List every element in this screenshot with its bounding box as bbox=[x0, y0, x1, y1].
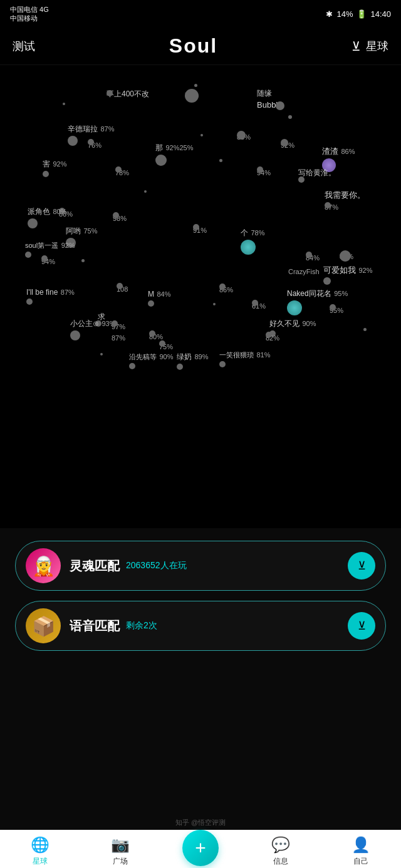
guangchang-icon: 📷 bbox=[111, 836, 130, 854]
node-cinderella[interactable]: 辛德瑞拉 87% bbox=[68, 123, 114, 135]
node-86-mid[interactable]: 86% bbox=[219, 283, 233, 295]
node-ge[interactable]: 个 78% bbox=[241, 227, 264, 238]
filter-icon: ⊻ bbox=[358, 559, 366, 573]
node-94-left[interactable]: 94% bbox=[41, 255, 55, 267]
node-94[interactable]: 94% bbox=[257, 166, 271, 178]
node-hai[interactable]: 害 92% bbox=[43, 158, 66, 170]
node-woxuyaoni[interactable]: 我需要你。 87% bbox=[325, 189, 365, 212]
bottom-nav: 🌐 星球 📷 广场 + 💬 信息 👤 自己 bbox=[0, 830, 401, 868]
header-right-actions: ⊻ 星球 bbox=[352, 39, 388, 54]
node-illbefine[interactable]: I'll be fine 87% bbox=[26, 286, 75, 297]
star-map[interactable]: 不上400不改 77% 随缘 Bubbly 辛德瑞拉 87% 85% 92% 7… bbox=[0, 65, 401, 528]
guangchang-label: 广场 bbox=[113, 856, 128, 867]
voice-match-info: 语音匹配 剩余2次 bbox=[70, 618, 339, 635]
soul-match-title: 灵魂匹配 bbox=[70, 558, 120, 574]
soul-match-filter-button[interactable]: ⊻ bbox=[348, 552, 375, 580]
node-keai[interactable]: 可爱如我 92% bbox=[323, 264, 372, 276]
node-97[interactable]: 97% 87% bbox=[112, 320, 125, 343]
node-yixiao[interactable]: 一笑很猥琐 81% bbox=[219, 349, 270, 360]
nav-item-xinxi[interactable]: 💬 信息 bbox=[262, 836, 299, 867]
node-76[interactable]: 76% bbox=[88, 139, 102, 150]
node-princess[interactable]: 小公主⊙ 93% bbox=[70, 317, 115, 329]
app-title: Soul bbox=[169, 34, 217, 58]
add-button[interactable]: + bbox=[182, 830, 219, 866]
node-zhazha[interactable]: 渣渣 86% bbox=[322, 145, 355, 157]
xinxi-label: 信息 bbox=[273, 856, 288, 867]
header-left-label[interactable]: 测试 bbox=[13, 39, 35, 54]
node-85-right[interactable]: 85% bbox=[340, 250, 353, 262]
soul-match-subtitle: 2063652人在玩 bbox=[126, 560, 187, 571]
ziji-label: 自己 bbox=[353, 856, 368, 867]
node-77[interactable]: 77% bbox=[185, 89, 199, 100]
node-95-right[interactable]: 95% bbox=[330, 304, 343, 315]
bluetooth-icon: ✱ bbox=[326, 9, 333, 19]
voice-match-subtitle: 剩余2次 bbox=[126, 620, 157, 631]
app-header: 测试 Soul ⊻ 星球 bbox=[0, 28, 401, 65]
node-98[interactable]: 98% bbox=[113, 212, 127, 223]
carrier-info: 中国电信 4G 中国移动 bbox=[10, 5, 49, 23]
status-bar: 中国电信 4G 中国移动 ✱ 14% 🔋 14:40 bbox=[0, 0, 401, 28]
xingqiu-label: 星球 bbox=[33, 856, 48, 867]
node-haojiu[interactable]: 好久不见 90% bbox=[269, 317, 316, 329]
match-area: 🧝 灵魂匹配 2063652人在玩 ⊻ 📦 语音匹配 剩余2次 ⊻ bbox=[0, 528, 401, 663]
nav-item-ziji[interactable]: 👤 自己 bbox=[342, 836, 380, 867]
node-92-right[interactable]: 92% bbox=[281, 139, 294, 150]
ziji-icon: 👤 bbox=[352, 836, 370, 854]
soul-match-card[interactable]: 🧝 灵魂匹配 2063652人在玩 ⊻ bbox=[15, 541, 386, 591]
node-soul1[interactable]: soul第一遥 92% bbox=[25, 239, 75, 250]
nav-item-guangchang[interactable]: 📷 广场 bbox=[102, 836, 139, 867]
soul-match-avatar: 🧝 bbox=[26, 548, 61, 583]
node-yanxian[interactable]: 沿先稿等 90% bbox=[129, 350, 173, 362]
node-85[interactable]: 85% bbox=[237, 131, 251, 142]
node-82[interactable]: 82% bbox=[266, 332, 279, 343]
node-91[interactable]: 91% bbox=[193, 224, 207, 235]
node-84[interactable]: 84% bbox=[306, 252, 320, 263]
voice-match-avatar: 📦 bbox=[26, 608, 61, 643]
filter-icon-voice: ⊻ bbox=[358, 619, 366, 633]
node-naked[interactable]: Naked同花名 95% bbox=[287, 287, 348, 299]
node-huanghuai[interactable]: 写给黄淮。 bbox=[298, 166, 336, 178]
soul-match-info: 灵魂匹配 2063652人在玩 bbox=[70, 558, 339, 574]
battery-icon: 🔋 bbox=[357, 9, 367, 19]
voice-match-card[interactable]: 📦 语音匹配 剩余2次 ⊻ bbox=[15, 601, 386, 651]
spacer bbox=[0, 663, 401, 814]
node-78[interactable]: 78% bbox=[115, 166, 129, 178]
xingqiu-icon: 🌐 bbox=[31, 836, 49, 854]
node-na[interactable]: 那 92%25% bbox=[155, 141, 194, 153]
node-61[interactable]: 61% bbox=[252, 300, 266, 311]
node-paijiaose[interactable]: 派角色 80% bbox=[28, 205, 66, 217]
filter-icon[interactable]: ⊻ bbox=[352, 39, 361, 54]
voice-match-filter-button[interactable]: ⊻ bbox=[348, 612, 375, 640]
voice-match-title: 语音匹配 bbox=[70, 618, 120, 635]
xinxi-icon: 💬 bbox=[271, 836, 290, 854]
add-icon: + bbox=[195, 837, 206, 859]
nav-item-add[interactable]: + bbox=[182, 836, 219, 866]
node-crazyfish[interactable]: CrazyFish bbox=[288, 265, 320, 277]
node-ayou[interactable]: 阿哟 75% bbox=[66, 225, 97, 237]
battery-level: 14% bbox=[336, 9, 353, 19]
watermark: 知乎 @悟空评测 bbox=[0, 814, 401, 830]
planet-label[interactable]: 星球 bbox=[366, 39, 388, 54]
nav-item-xingqiu[interactable]: 🌐 星球 bbox=[21, 836, 59, 867]
node-M[interactable]: M 84% bbox=[148, 288, 170, 299]
time-display: 14:40 bbox=[370, 9, 391, 19]
node-108[interactable]: 108 bbox=[117, 283, 128, 294]
node-lvnai[interactable]: 绿奶 89% bbox=[177, 350, 208, 362]
status-right: ✱ 14% 🔋 14:40 bbox=[326, 9, 391, 19]
